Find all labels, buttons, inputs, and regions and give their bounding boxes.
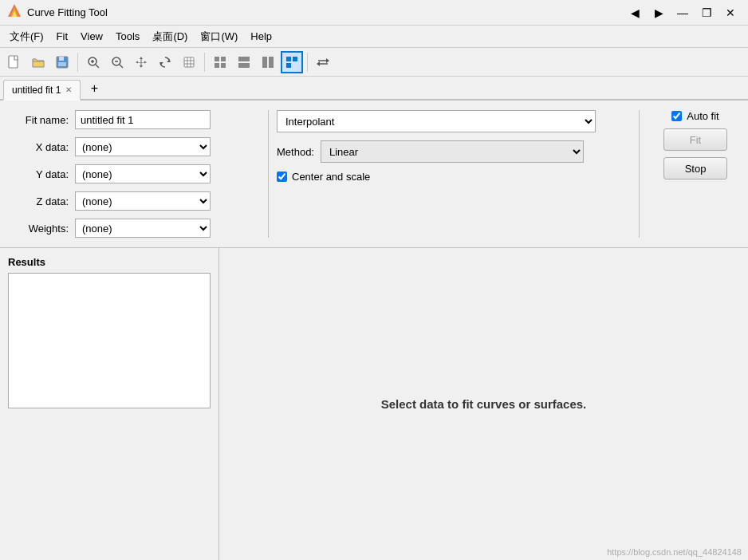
svg-rect-22 [221,57,226,61]
menu-file[interactable]: 文件(F) [3,27,50,46]
svg-rect-3 [9,56,18,68]
menu-desktop[interactable]: 桌面(D) [146,27,194,46]
svg-rect-25 [238,57,250,61]
svg-marker-32 [326,58,329,63]
separator-3 [307,53,308,72]
svg-line-12 [120,65,123,68]
method-row: Method: Linear Nearest neighbor Cubic Sh… [277,140,631,163]
svg-marker-33 [317,61,320,66]
fit-type-select[interactable]: Interpolant Polynomial Smoothing Spline … [277,110,596,132]
z-data-label: Z data: [13,195,69,207]
minimize-button[interactable]: — [671,2,694,24]
data-edit-button[interactable] [178,51,200,73]
new-button[interactable] [3,51,26,73]
menu-view[interactable]: View [74,27,109,46]
center-scale-label: Center and scale [292,171,370,183]
zoom-out-button[interactable] [106,51,128,73]
svg-line-8 [96,65,99,68]
y-data-label: Y data: [13,168,69,180]
menu-help[interactable]: Help [244,27,278,46]
menubar: 文件(F) Fit View Tools 桌面(D) 窗口(W) Help [0,26,748,48]
bottom-area: Results Select data to fit curves or sur… [0,248,748,560]
table2-button[interactable] [233,51,255,73]
active-view-button[interactable] [281,51,303,73]
results-box [8,273,211,408]
window-controls: ◀ ▶ — ❐ ✕ [624,2,742,24]
weights-select[interactable]: (none) [75,219,211,238]
fit-form: Fit name: X data: (none) Y data: (none) … [13,110,252,238]
watermark: https://blog.csdn.net/qq_44824148 [607,547,742,557]
toolbar [0,48,748,77]
results-title: Results [8,256,211,268]
weights-row: Weights: (none) [13,219,252,238]
titlebar: Curve Fitting Tool ◀ ▶ — ❐ ✕ [0,0,748,26]
tab-fit1-label: untitled fit 1 [12,85,61,96]
svg-rect-28 [269,57,274,68]
svg-rect-21 [215,57,219,61]
results-panel: Results [0,248,219,560]
open-button[interactable] [27,51,49,73]
stop-button[interactable]: Stop [663,157,727,179]
svg-rect-29 [286,57,291,61]
svg-rect-23 [215,63,219,68]
method-select[interactable]: Linear Nearest neighbor Cubic Shape-pres… [321,140,584,163]
y-data-row: Y data: (none) [13,164,252,183]
svg-rect-31 [286,63,291,68]
extra-btn2[interactable]: ▶ [648,2,670,24]
auto-fit-row: Auto fit [671,110,718,122]
fit-options-panel: Interpolant Polynomial Smoothing Spline … [268,110,640,238]
svg-rect-6 [58,62,66,66]
rotate-button[interactable] [154,51,176,73]
svg-rect-30 [293,57,297,61]
menu-fit[interactable]: Fit [50,27,74,46]
y-data-select[interactable]: (none) [75,164,211,183]
z-data-select[interactable]: (none) [75,191,211,211]
auto-fit-label: Auto fit [687,110,718,122]
auto-fit-checkbox[interactable] [671,111,682,121]
fit-button[interactable]: Fit [663,128,727,151]
tabbar: untitled fit 1 ✕ + [0,77,748,101]
method-label: Method: [277,146,314,158]
x-data-select[interactable]: (none) [75,137,211,156]
tab-fit1[interactable]: untitled fit 1 ✕ [3,80,81,101]
save-button[interactable] [51,51,73,73]
center-scale-row: Center and scale [277,171,631,183]
window-title: Curve Fitting Tool [27,6,624,18]
top-panel: Fit name: X data: (none) Y data: (none) … [0,101,748,248]
menu-window[interactable]: 窗口(W) [194,27,244,46]
svg-rect-24 [221,63,226,68]
grid-view-button[interactable] [209,51,231,73]
z-data-row: Z data: (none) [13,191,252,211]
svg-rect-5 [59,57,64,61]
x-data-row: X data: (none) [13,137,252,156]
plot-message: Select data to fit curves or surfaces. [381,397,587,411]
x-data-label: X data: [13,141,69,153]
weights-label: Weights: [13,223,69,235]
extra-btn1[interactable]: ◀ [624,2,646,24]
plot-area: Select data to fit curves or surfaces. [219,248,748,560]
svg-rect-27 [262,57,267,68]
separator-1 [77,53,78,72]
svg-rect-16 [184,57,194,67]
fit-name-input[interactable] [75,110,211,129]
app-icon [6,2,22,22]
svg-rect-26 [238,63,250,68]
menu-tools[interactable]: Tools [109,27,146,46]
add-tab-button[interactable]: + [84,78,104,99]
table3-button[interactable] [257,51,279,73]
restore-button[interactable]: ❐ [695,2,718,24]
zoom-in-button[interactable] [82,51,104,73]
center-scale-checkbox[interactable] [277,172,287,182]
tab-close-icon[interactable]: ✕ [65,85,72,94]
separator-2 [204,53,205,72]
fit-name-label: Fit name: [13,114,69,126]
pan-button[interactable] [130,51,152,73]
close-button[interactable]: ✕ [719,2,742,24]
exchange-data-button[interactable] [312,51,334,73]
fit-name-row: Fit name: [13,110,252,129]
right-buttons-panel: Auto fit Fit Stop [655,110,735,238]
main-content: Fit name: X data: (none) Y data: (none) … [0,101,748,560]
